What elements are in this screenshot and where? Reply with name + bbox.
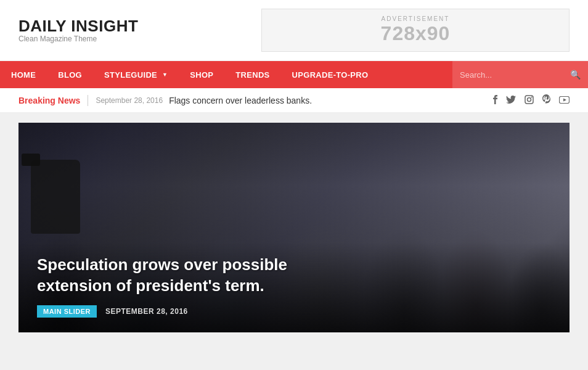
dropdown-arrow-icon: ▼ [162,72,168,78]
hero-date: SEPTEMBER 28, 2016 [105,307,188,316]
breaking-news-date: September 28, 2016 [96,96,163,105]
nav-item-upgrade[interactable]: UPGRADE-TO-PRO [281,61,380,88]
breaking-news-divider [88,95,88,106]
logo[interactable]: DAILY INSIGHT Clean Magazine Theme [18,17,138,44]
search-icon[interactable]: 🔍 [563,70,588,80]
hero-category-badge[interactable]: MAIN SLIDER [37,305,97,318]
ad-size: 728x90 [381,22,451,45]
search-bar[interactable]: 🔍 [452,61,588,88]
pinterest-icon[interactable] [542,94,550,106]
instagram-icon[interactable] [525,95,534,106]
advertisement-banner: ADVERTISEMENT 728x90 [261,9,570,52]
hero-title: Speculation grows over possible extensio… [37,255,357,297]
breaking-news-label: Breaking News [18,96,80,105]
ad-label: ADVERTISEMENT [382,15,450,22]
facebook-icon[interactable] [492,94,497,106]
svg-point-1 [528,97,531,101]
nav-item-trends[interactable]: TRENDS [224,61,280,88]
logo-subtitle: Clean Magazine Theme [18,35,138,43]
main-nav: HOME BLOG STYLEGUIDE ▼ SHOP TRENDS UPGRA… [0,61,588,88]
social-icons-group [492,94,570,106]
nav-item-styleguide[interactable]: STYLEGUIDE ▼ [93,61,179,88]
nav-item-home[interactable]: HOME [0,61,47,88]
search-input[interactable] [452,70,563,80]
site-header: DAILY INSIGHT Clean Magazine Theme ADVER… [0,0,588,61]
svg-point-2 [531,96,533,97]
logo-title: DAILY INSIGHT [18,17,138,35]
breaking-news-text: Flags concern over leaderless banks. [169,96,312,105]
breaking-news-bar: Breaking News September 28, 2016 Flags c… [0,88,588,113]
hero-slider: Speculation grows over possible extensio… [18,123,570,332]
hero-content-overlay: Speculation grows over possible extensio… [18,242,570,332]
nav-item-blog[interactable]: BLOG [47,61,93,88]
twitter-icon[interactable] [506,95,516,105]
nav-item-shop[interactable]: SHOP [179,61,224,88]
youtube-icon[interactable] [559,95,570,105]
hero-meta: MAIN SLIDER SEPTEMBER 28, 2016 [37,305,551,318]
